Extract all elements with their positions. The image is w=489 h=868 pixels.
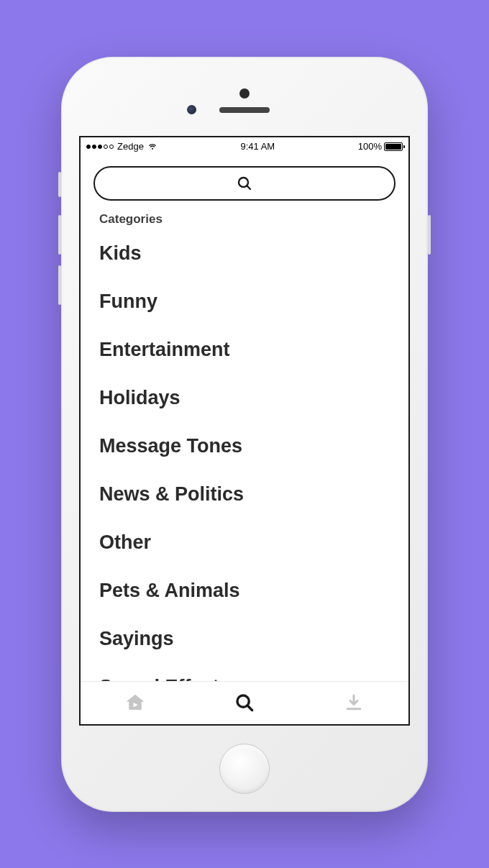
signal-strength-icon — [86, 145, 114, 149]
volume-up-button — [58, 215, 61, 255]
phone-device-frame: Zedge 9:41 AM 100% Categories KidsFunny — [61, 57, 428, 812]
category-item[interactable]: Holidays — [99, 374, 390, 422]
status-bar: Zedge 9:41 AM 100% — [81, 137, 408, 156]
tab-bar — [81, 681, 408, 724]
content-area: Categories KidsFunnyEntertainmentHoliday… — [81, 208, 408, 681]
earpiece-speaker — [219, 107, 270, 113]
categories-heading: Categories — [99, 212, 390, 227]
tab-home[interactable] — [81, 682, 189, 724]
category-item[interactable]: Pets & Animals — [99, 567, 390, 615]
front-camera — [187, 105, 196, 114]
search-icon — [234, 692, 255, 713]
wifi-icon — [147, 142, 157, 152]
home-button[interactable] — [219, 744, 270, 794]
battery-icon — [384, 142, 403, 151]
category-item[interactable]: Sound Effects — [99, 663, 390, 681]
svg-line-3 — [247, 705, 252, 711]
category-item[interactable]: Funny — [99, 278, 390, 326]
search-input[interactable] — [93, 166, 396, 201]
search-row — [81, 156, 408, 208]
category-item[interactable]: Other — [99, 518, 390, 567]
power-button — [428, 215, 431, 255]
category-item[interactable]: Kids — [99, 229, 390, 278]
clock: 9:41 AM — [240, 141, 275, 152]
categories-list: KidsFunnyEntertainmentHolidaysMessage To… — [99, 229, 390, 681]
home-icon — [124, 692, 146, 713]
volume-down-button — [58, 265, 61, 305]
svg-line-1 — [247, 186, 250, 189]
status-bar-left: Zedge — [86, 141, 157, 152]
status-bar-right: 100% — [358, 141, 403, 152]
category-item[interactable]: Sayings — [99, 615, 390, 663]
category-item[interactable]: Entertainment — [99, 326, 390, 374]
download-icon — [343, 692, 365, 713]
screen: Zedge 9:41 AM 100% Categories KidsFunny — [79, 136, 410, 726]
top-camera-dot — [239, 88, 250, 99]
carrier-label: Zedge — [117, 141, 144, 152]
battery-percent: 100% — [358, 141, 382, 152]
tab-search[interactable] — [191, 682, 298, 724]
mute-switch — [58, 172, 61, 197]
search-icon — [236, 175, 253, 192]
tab-downloads[interactable] — [300, 682, 408, 724]
category-item[interactable]: News & Politics — [99, 470, 390, 518]
category-item[interactable]: Message Tones — [99, 422, 390, 470]
